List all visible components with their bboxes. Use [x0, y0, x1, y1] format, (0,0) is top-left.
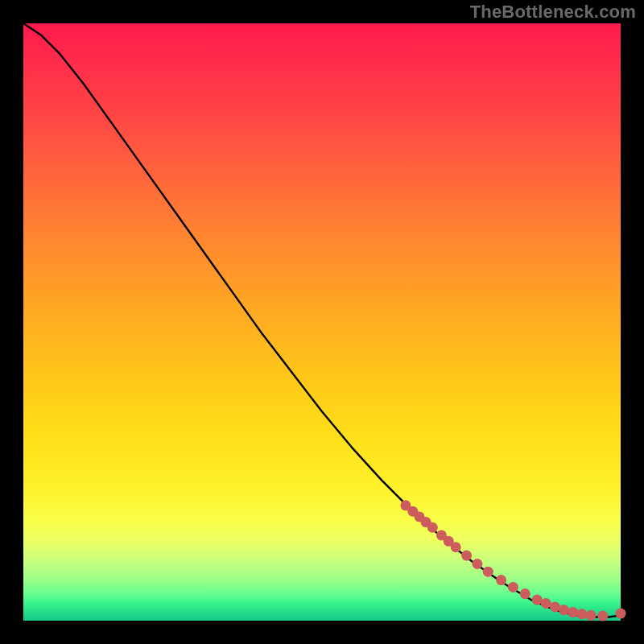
marker-dot [483, 567, 493, 577]
marker-dot [472, 559, 482, 569]
marker-dot [496, 575, 506, 585]
marker-dot [559, 605, 569, 615]
plot-area [23, 23, 621, 621]
marker-dot [568, 607, 578, 617]
marker-dot [508, 582, 518, 592]
marker-dot [520, 588, 530, 599]
marker-dot [427, 522, 438, 533]
marker-dot [451, 542, 461, 552]
chart-frame: TheBottleneck.com [0, 0, 644, 644]
curve-layer [23, 23, 621, 621]
marker-dot [541, 598, 551, 609]
marker-group [400, 500, 625, 621]
marker-dot [461, 551, 472, 561]
marker-dot [576, 609, 587, 619]
marker-dot [597, 611, 608, 621]
marker-dot [550, 601, 560, 612]
marker-dot [585, 610, 596, 621]
bottleneck-curve [23, 23, 621, 617]
watermark-text: TheBottleneck.com [470, 2, 636, 23]
marker-dot [532, 595, 543, 605]
marker-dot [616, 609, 626, 619]
